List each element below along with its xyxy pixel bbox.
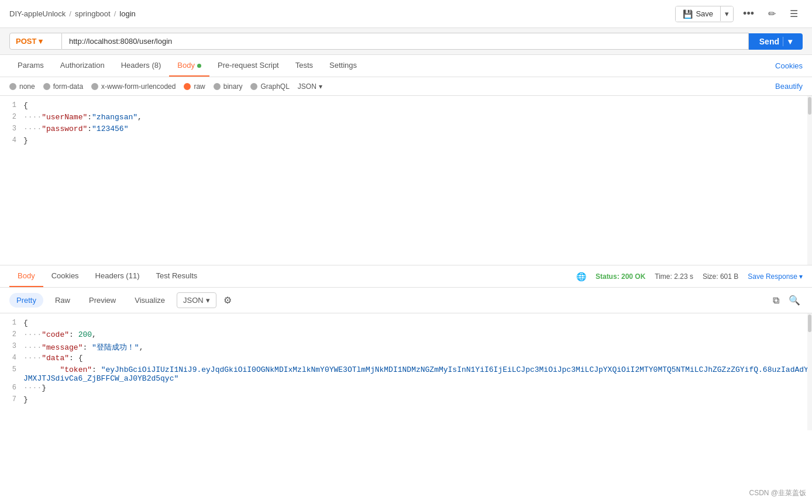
tab-tests[interactable]: Tests	[287, 55, 321, 77]
resp-line-7: 7 }	[0, 395, 812, 406]
resp-line-num-5: 5	[0, 365, 23, 374]
code-line-2: 2 ····"userName":"zhangsan",	[0, 112, 812, 124]
filter-icon: ⚙	[223, 295, 232, 305]
tab-headers[interactable]: Headers (8)	[113, 55, 170, 77]
radio-none[interactable]: none	[9, 82, 35, 91]
radio-urlencoded[interactable]: x-www-form-urlencoded	[91, 82, 176, 91]
resp-line-num-3: 3	[0, 341, 23, 350]
line-content-1[interactable]: {	[23, 101, 812, 110]
response-size: Size: 601 B	[703, 272, 738, 281]
resp-tab-body[interactable]: Body	[9, 265, 43, 287]
radio-graphql-label: GraphQL	[260, 82, 289, 91]
resp-content-1[interactable]: {	[23, 318, 812, 327]
resp-content-7[interactable]: }	[23, 395, 812, 404]
beautify-button[interactable]: Beautify	[775, 82, 803, 91]
resp-tab-test-results[interactable]: Test Results	[147, 265, 205, 287]
tab-settings[interactable]: Settings	[321, 55, 365, 77]
send-button[interactable]: Send ▾	[749, 33, 803, 50]
response-time: Time: 2.23 s	[655, 272, 693, 281]
body-active-dot	[197, 64, 201, 68]
line-content-3[interactable]: ····"password":"123456"	[23, 124, 812, 133]
save-caret-button[interactable]: ▾	[720, 6, 733, 21]
send-label: Send	[759, 37, 779, 46]
comment-icon: ☰	[790, 9, 798, 19]
method-select[interactable]: POST ▾	[9, 33, 62, 50]
copy-button[interactable]: ⧉	[770, 293, 782, 308]
breadcrumb-part2[interactable]: springboot	[75, 9, 111, 18]
breadcrumb-part3[interactable]: login	[119, 9, 135, 18]
url-bar: POST ▾ Send ▾	[0, 28, 812, 55]
response-json-label: JSON	[183, 296, 204, 305]
comment-button[interactable]: ☰	[785, 5, 803, 22]
resp-content-4[interactable]: ····"data": {	[23, 353, 812, 363]
radio-binary-dot	[214, 83, 221, 90]
radio-urlencoded-label: x-www-form-urlencoded	[101, 82, 176, 91]
tab-authorization[interactable]: Authorization	[52, 55, 113, 77]
fmt-raw[interactable]: Raw	[48, 293, 77, 308]
resp-content-5[interactable]: "token": "eyJhbGciOiJIUzI1NiJ9.eyJqdGkiO…	[23, 365, 812, 383]
code-line-1: 1 {	[0, 101, 812, 112]
url-input[interactable]	[62, 33, 749, 50]
top-bar: DIY-appleUnlock / springboot / login 💾 S…	[0, 0, 812, 28]
save-label: Save	[696, 9, 713, 18]
response-right-buttons: ⧉ 🔍	[770, 292, 803, 308]
radio-none-dot	[9, 83, 16, 90]
tab-params[interactable]: Params	[9, 55, 52, 77]
tab-body[interactable]: Body	[169, 55, 209, 77]
json-dropdown[interactable]: JSON ▾	[298, 82, 322, 91]
save-response-caret: ▾	[799, 272, 803, 281]
resp-tab-cookies[interactable]: Cookies	[43, 265, 87, 287]
response-tabs-row: Body Cookies Headers (11) Test Results 🌐…	[0, 265, 812, 288]
more-button[interactable]: •••	[738, 5, 759, 22]
json-caret: ▾	[319, 82, 322, 91]
json-label: JSON	[298, 82, 316, 91]
edit-button[interactable]: ✏	[763, 5, 780, 22]
save-response-button[interactable]: Save Response ▾	[748, 272, 803, 281]
radio-raw-label: raw	[194, 82, 205, 91]
resp-line-num-1: 1	[0, 318, 23, 327]
save-response-label: Save Response	[748, 272, 797, 281]
code-scrollbar[interactable]	[807, 96, 812, 265]
response-code-editor: 1 { 2 ····"code": 200, 3 ····"message": …	[0, 313, 812, 430]
resp-scrollbar[interactable]	[807, 313, 812, 430]
request-tabs-row: Params Authorization Headers (8) Body Pr…	[0, 55, 812, 77]
breadcrumb-sep2: /	[114, 9, 116, 18]
resp-tab-headers[interactable]: Headers (11)	[87, 265, 148, 287]
radio-graphql[interactable]: GraphQL	[250, 82, 289, 91]
resp-line-6: 6 ····}	[0, 383, 812, 395]
line-content-2[interactable]: ····"userName":"zhangsan",	[23, 112, 812, 122]
request-code-editor: 1 { 2 ····"userName":"zhangsan", 3 ····"…	[0, 96, 812, 265]
resp-content-3[interactable]: ····"message": "登陆成功！",	[23, 341, 812, 353]
search-button[interactable]: 🔍	[786, 292, 803, 308]
fmt-pretty[interactable]: Pretty	[9, 293, 43, 308]
resp-line-4: 4 ····"data": {	[0, 353, 812, 365]
resp-content-6[interactable]: ····}	[23, 383, 812, 392]
resp-line-5: 5 "token": "eyJhbGciOiJIUzI1NiJ9.eyJqdGk…	[0, 365, 812, 383]
method-caret: ▾	[39, 37, 43, 46]
breadcrumb-part1[interactable]: DIY-appleUnlock	[9, 9, 66, 18]
breadcrumb: DIY-appleUnlock / springboot / login	[9, 9, 136, 18]
radio-none-label: none	[19, 82, 35, 91]
resp-line-num-4: 4	[0, 353, 23, 362]
save-icon: 💾	[683, 9, 693, 19]
line-num-1: 1	[0, 101, 23, 109]
fmt-visualize[interactable]: Visualize	[128, 293, 172, 308]
radio-form-data[interactable]: form-data	[43, 82, 83, 91]
cookies-link[interactable]: Cookies	[775, 56, 803, 76]
radio-graphql-dot	[250, 83, 257, 90]
radio-binary[interactable]: binary	[214, 82, 243, 91]
save-button-group: 💾 Save ▾	[675, 6, 734, 22]
line-num-2: 2	[0, 112, 23, 121]
fmt-preview[interactable]: Preview	[82, 293, 123, 308]
radio-raw-dot	[184, 83, 191, 90]
filter-icon-button[interactable]: ⚙	[221, 292, 234, 308]
save-button[interactable]: 💾 Save	[676, 6, 720, 22]
radio-form-data-dot	[43, 83, 50, 90]
radio-urlencoded-dot	[91, 83, 98, 90]
globe-icon: 🌐	[576, 272, 586, 281]
radio-raw[interactable]: raw	[184, 82, 205, 91]
line-content-4[interactable]: }	[23, 136, 812, 145]
tab-pre-request[interactable]: Pre-request Script	[209, 55, 287, 77]
response-json-dropdown[interactable]: JSON ▾	[177, 292, 216, 308]
resp-content-2[interactable]: ····"code": 200,	[23, 330, 812, 339]
